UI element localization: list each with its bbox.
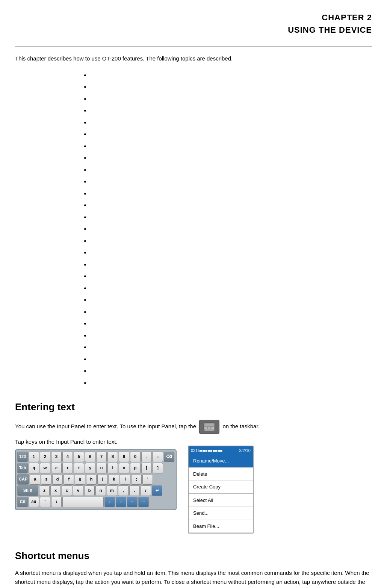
key-s[interactable]: s xyxy=(41,474,51,485)
menu-item-delete[interactable]: Delete xyxy=(189,468,253,481)
key-8[interactable]: 8 xyxy=(107,452,118,462)
key-r[interactable]: r xyxy=(62,463,73,473)
menu-titlebar: 0315■■■■■■■■■ 3/2/10 xyxy=(189,446,253,455)
key-c[interactable]: c xyxy=(62,485,72,496)
key-5[interactable]: 5 xyxy=(74,452,84,462)
keyboard[interactable]: 123 1 2 3 4 5 6 7 8 9 0 - = ⌫ Tab q w e xyxy=(15,449,177,510)
key-b[interactable]: b xyxy=(84,485,95,496)
key-backspace[interactable]: ⌫ xyxy=(164,452,174,462)
key-7[interactable]: 7 xyxy=(96,452,107,462)
list-item xyxy=(90,258,372,271)
key-a[interactable]: a xyxy=(30,474,40,485)
list-item xyxy=(90,294,372,306)
key-slash[interactable]: / xyxy=(141,485,151,496)
key-x[interactable]: x xyxy=(50,485,61,496)
list-item xyxy=(90,235,372,247)
menu-item-rename[interactable]: Rename/Move... xyxy=(189,455,253,468)
key-period[interactable]: . xyxy=(129,485,140,496)
key-lbracket[interactable]: [ xyxy=(141,463,152,473)
list-item xyxy=(90,199,372,211)
titlebar-left: 0315■■■■■■■■■ xyxy=(191,447,222,454)
key-space[interactable] xyxy=(62,497,104,507)
entering-text-heading: Entering text xyxy=(15,400,372,414)
key-1[interactable]: 1 xyxy=(29,452,39,462)
key-g[interactable]: g xyxy=(75,474,85,485)
key-2[interactable]: 2 xyxy=(40,452,50,462)
menu-item-send[interactable]: Send... xyxy=(189,507,253,520)
key-aulaut[interactable]: áü xyxy=(29,497,39,507)
key-m[interactable]: m xyxy=(107,485,117,496)
list-item xyxy=(90,140,372,152)
key-tab[interactable]: Tab xyxy=(17,463,28,473)
titlebar-right: 3/2/10 xyxy=(239,447,251,454)
header-divider xyxy=(15,47,372,47)
list-item xyxy=(90,93,372,105)
key-t[interactable]: t xyxy=(74,463,84,473)
key-z[interactable]: z xyxy=(39,485,50,496)
key-equals[interactable]: = xyxy=(153,452,163,462)
key-l[interactable]: l xyxy=(120,474,130,485)
kb-row-5: Ctl áü ` \ ↓ ↑ ← → xyxy=(17,497,174,507)
input-panel-icon xyxy=(199,420,219,434)
key-h[interactable]: h xyxy=(86,474,97,485)
list-item xyxy=(90,175,372,187)
key-j[interactable]: j xyxy=(97,474,108,485)
key-d[interactable]: d xyxy=(52,474,63,485)
intro-text: This chapter describes how to use OT-200… xyxy=(15,54,372,63)
keyboard-section: 123 1 2 3 4 5 6 7 8 9 0 - = ⌫ Tab q w e xyxy=(15,449,372,534)
key-left[interactable]: ← xyxy=(127,497,138,507)
kb-row-2: Tab q w e r t y u i o p [ ] xyxy=(17,463,174,473)
key-9[interactable]: 9 xyxy=(119,452,129,462)
key-4[interactable]: 4 xyxy=(62,452,73,462)
list-item xyxy=(90,330,372,342)
key-backtick[interactable]: ` xyxy=(40,497,50,507)
svg-rect-3 xyxy=(208,427,210,429)
key-3[interactable]: 3 xyxy=(51,452,62,462)
key-123[interactable]: 123 xyxy=(17,452,28,462)
key-semicolon[interactable]: ; xyxy=(131,474,142,485)
key-k[interactable]: k xyxy=(109,474,119,485)
key-ctl[interactable]: Ctl xyxy=(17,497,28,507)
key-0[interactable]: 0 xyxy=(130,452,141,462)
key-w[interactable]: w xyxy=(40,463,50,473)
menu-item-beamfile[interactable]: Beam File... xyxy=(189,520,253,533)
key-backslash[interactable]: \ xyxy=(51,497,62,507)
key-f[interactable]: f xyxy=(63,474,74,485)
list-item xyxy=(90,341,372,353)
list-item xyxy=(90,211,372,223)
kb-row-4: Shift z x c v b n m , . / ↵ xyxy=(17,485,174,496)
key-i[interactable]: i xyxy=(107,463,118,473)
key-up[interactable]: ↑ xyxy=(116,497,126,507)
list-item xyxy=(90,317,372,330)
key-y[interactable]: y xyxy=(85,463,95,473)
key-cap[interactable]: CAP xyxy=(17,474,29,485)
key-e[interactable]: e xyxy=(51,463,62,473)
key-rbracket[interactable]: ] xyxy=(153,463,163,473)
key-o[interactable]: o xyxy=(119,463,129,473)
key-q[interactable]: q xyxy=(29,463,39,473)
menu-item-selectall[interactable]: Select All xyxy=(189,494,253,507)
key-quote[interactable]: ' xyxy=(142,474,153,485)
entering-text-para1-after: on the taskbar. xyxy=(222,423,259,429)
key-6[interactable]: 6 xyxy=(85,452,95,462)
list-item xyxy=(90,104,372,116)
key-minus[interactable]: - xyxy=(141,452,152,462)
key-enter[interactable]: ↵ xyxy=(152,485,162,496)
list-item xyxy=(90,282,372,294)
shortcut-menus-text: A shortcut menu is displayed when you ta… xyxy=(15,568,372,588)
key-comma[interactable]: , xyxy=(118,485,128,496)
list-item xyxy=(90,377,372,389)
key-v[interactable]: v xyxy=(73,485,83,496)
list-item xyxy=(90,223,372,235)
chapter-title-line2: USING THE DEVICE xyxy=(15,24,372,36)
key-u[interactable]: u xyxy=(96,463,107,473)
menu-item-createcopy[interactable]: Create Copy xyxy=(189,481,253,494)
key-down[interactable]: ↓ xyxy=(104,497,115,507)
list-item xyxy=(90,128,372,140)
list-item xyxy=(90,164,372,176)
key-n[interactable]: n xyxy=(95,485,106,496)
key-right[interactable]: → xyxy=(138,497,149,507)
key-shift[interactable]: Shift xyxy=(17,485,38,496)
key-p[interactable]: p xyxy=(130,463,141,473)
chapter-header: CHAPTER 2 USING THE DEVICE xyxy=(15,11,372,36)
